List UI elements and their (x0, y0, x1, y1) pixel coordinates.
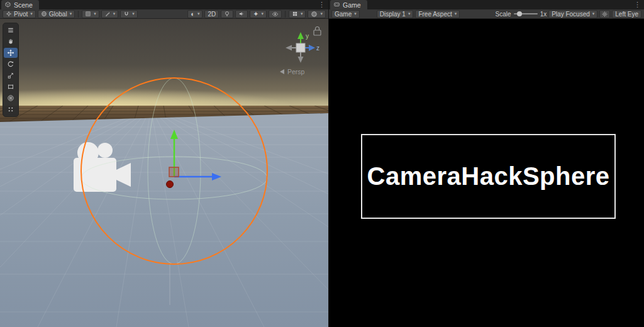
aspect-label: Free Aspect (418, 11, 452, 18)
persp-label: Persp (287, 68, 305, 75)
dropdown-arrow-icon: ▾ (30, 11, 33, 16)
eye-icon (272, 11, 279, 18)
custom-tool-button[interactable] (4, 104, 18, 114)
transform-tool-button[interactable] (4, 93, 18, 103)
dropdown-arrow-icon: ▾ (132, 11, 135, 16)
effects-dropdown[interactable]: ✦ ▾ (250, 10, 267, 18)
view-tool-button[interactable] (4, 36, 18, 47)
pivot-dropdown[interactable]: Pivot ▾ (3, 10, 36, 18)
pivot-point-dot (167, 181, 174, 188)
rect-tool-button[interactable] (4, 82, 18, 92)
game-menu-label: Game (335, 11, 352, 18)
transform-icon (7, 94, 14, 102)
game-tab-label: Game (343, 1, 361, 9)
left-eye-dropdown[interactable]: Left Eye (612, 10, 641, 18)
snap-magnet-dropdown[interactable]: ▾ (120, 10, 138, 18)
lightbulb-icon (224, 11, 230, 17)
game-panel: Game ⋮ Game ▾ Display 1 ▾ Free Aspect ▾ … (328, 0, 644, 327)
game-viewport[interactable]: CameraHackSphere (329, 19, 644, 327)
rotate-tool-button[interactable] (4, 59, 18, 69)
dropdown-arrow-icon: ▾ (320, 11, 323, 16)
move-gizmo-plane-handle[interactable] (169, 167, 179, 177)
tools-menu-button[interactable] (4, 25, 18, 35)
dropdown-arrow-icon: ▾ (197, 11, 200, 16)
rotate-icon (7, 60, 14, 68)
dropdown-arrow-icon: ▾ (592, 11, 595, 16)
game-settings-button[interactable] (599, 10, 610, 18)
left-eye-label: Left Eye (615, 11, 638, 18)
magnet-icon (123, 11, 130, 17)
game-screen-text-frame: CameraHackSphere (361, 134, 616, 219)
dropdown-arrow-icon: ▾ (261, 11, 264, 16)
scene-viewport-canvas[interactable]: y z Persp (0, 19, 328, 327)
game-tabstrip: Game ⋮ (329, 0, 644, 9)
ground-plane (0, 113, 328, 327)
scale-slider-group: Scale 1x (496, 11, 547, 18)
display-dropdown[interactable]: Display 1 ▾ (377, 10, 414, 18)
move-icon (7, 49, 14, 57)
dropdown-arrow-icon: ▾ (70, 11, 72, 16)
effects-star-icon: ✦ (253, 11, 258, 18)
scene-tab-label: Scene (14, 1, 33, 9)
scene-visibility-toggle[interactable] (269, 10, 282, 18)
scene-tabstrip: Scene ⋮ (0, 0, 328, 9)
toolbar-separator (78, 11, 79, 18)
global-label: Global (49, 11, 67, 18)
scene-panel-kebab-icon[interactable]: ⋮ (318, 1, 325, 9)
2d-toggle[interactable]: 2D (204, 10, 219, 18)
scene-viewport[interactable]: y z Persp (0, 19, 328, 327)
axis-z-label: z (316, 45, 319, 52)
gear-icon (601, 11, 608, 18)
audio-toggle[interactable] (235, 10, 248, 18)
game-view-dropdown[interactable]: Game ▾ (331, 10, 360, 18)
snap-step-icon (104, 11, 111, 17)
scale-tool-button[interactable] (4, 70, 18, 80)
grid-icon (85, 11, 91, 17)
custom-tools-icon (7, 106, 14, 113)
scale-slider[interactable] (514, 13, 538, 14)
aspect-ratio-dropdown[interactable]: Free Aspect ▾ (415, 10, 460, 18)
play-focused-label: Play Focused (552, 11, 590, 18)
tab-scene[interactable]: Scene (1, 0, 39, 9)
dropdown-arrow-icon: ▾ (301, 11, 303, 16)
scale-value: 1x (540, 11, 547, 18)
speaker-icon (238, 11, 245, 17)
game-screen-text: CameraHackSphere (367, 162, 610, 191)
unity-editor-root: Scene ⋮ Pivot ▾ Global ▾ ▾ ▾ (0, 0, 644, 327)
pivot-icon (6, 11, 12, 17)
scene-toolbar: Pivot ▾ Global ▾ ▾ ▾ ▾ ◐ (0, 9, 328, 19)
display-label: Display 1 (380, 11, 406, 18)
shading-mode-dropdown[interactable]: ◐ ▾ (187, 10, 203, 18)
scene-tab-icon (4, 1, 11, 8)
overlay-grid-icon (292, 11, 298, 17)
dropdown-arrow-icon: ▾ (408, 11, 411, 16)
dropdown-arrow-icon: ▾ (94, 11, 96, 16)
gizmos-dropdown[interactable]: ▾ (308, 10, 326, 18)
orientation-cube[interactable] (296, 43, 305, 52)
lighting-toggle[interactable] (221, 10, 233, 18)
global-dropdown[interactable]: Global ▾ (38, 10, 75, 18)
game-toolbar: Game ▾ Display 1 ▾ Free Aspect ▾ Scale 1… (329, 9, 644, 19)
scale-label: Scale (496, 11, 511, 18)
scene-panel: Scene ⋮ Pivot ▾ Global ▾ ▾ ▾ (0, 0, 328, 327)
overlays-dropdown[interactable]: ▾ (289, 10, 306, 18)
tab-game[interactable]: Game (330, 0, 367, 9)
hand-icon (7, 38, 14, 45)
dropdown-arrow-icon: ▾ (113, 11, 116, 16)
dropdown-arrow-icon: ▾ (455, 11, 457, 16)
gizmo-sphere-icon (311, 11, 318, 18)
axis-y-label: y (306, 33, 309, 40)
toolbar-separator (285, 11, 286, 18)
game-tab-icon (333, 1, 340, 8)
dropdown-arrow-icon: ▾ (354, 11, 357, 16)
grid-visibility-dropdown[interactable]: ▾ (82, 10, 99, 18)
game-panel-kebab-icon[interactable]: ⋮ (634, 1, 641, 9)
play-focused-dropdown[interactable]: Play Focused ▾ (548, 10, 597, 18)
pivot-label: Pivot (14, 11, 28, 18)
globe-icon (41, 11, 47, 17)
scene-tool-column (3, 23, 19, 117)
move-tool-button[interactable] (4, 48, 18, 58)
rect-tool-icon (7, 83, 14, 91)
snap-increment-dropdown[interactable]: ▾ (101, 10, 119, 18)
scale-slider-knob[interactable] (517, 11, 522, 16)
